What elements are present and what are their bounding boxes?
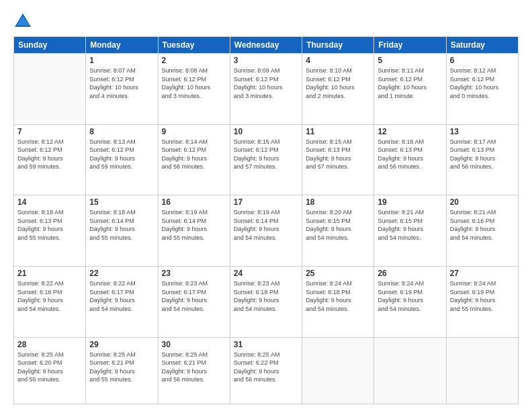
day-header-thursday: Thursday [302, 37, 374, 54]
calendar-body: 1Sunrise: 8:07 AM Sunset: 6:12 PM Daylig… [14, 54, 519, 404]
day-info: Sunrise: 8:21 AM Sunset: 6:16 PM Dayligh… [450, 208, 515, 242]
day-number: 18 [306, 197, 370, 207]
day-number: 31 [234, 340, 298, 349]
day-info: Sunrise: 8:11 AM Sunset: 6:12 PM Dayligh… [378, 66, 442, 100]
day-info: Sunrise: 8:23 AM Sunset: 6:18 PM Dayligh… [234, 279, 298, 313]
calendar-cell: 19Sunrise: 8:21 AM Sunset: 6:15 PM Dayli… [374, 195, 446, 267]
day-info: Sunrise: 8:17 AM Sunset: 6:13 PM Dayligh… [450, 138, 515, 171]
day-number: 29 [89, 340, 154, 349]
day-number: 25 [306, 269, 370, 278]
day-info: Sunrise: 8:24 AM Sunset: 6:19 PM Dayligh… [450, 279, 515, 313]
day-info: Sunrise: 8:08 AM Sunset: 6:12 PM Dayligh… [162, 66, 226, 100]
day-header-sunday: Sunday [14, 37, 86, 54]
day-info: Sunrise: 8:10 AM Sunset: 6:12 PM Dayligh… [306, 66, 370, 100]
day-number: 14 [17, 197, 82, 207]
day-info: Sunrise: 8:18 AM Sunset: 6:13 PM Dayligh… [17, 208, 82, 242]
day-header-saturday: Saturday [446, 37, 518, 54]
day-info: Sunrise: 8:09 AM Sunset: 6:12 PM Dayligh… [234, 66, 298, 100]
day-number: 5 [378, 56, 442, 65]
day-number: 20 [450, 197, 515, 207]
calendar-cell: 28Sunrise: 8:25 AM Sunset: 6:20 PM Dayli… [14, 337, 86, 404]
day-info: Sunrise: 8:07 AM Sunset: 6:12 PM Dayligh… [89, 66, 154, 100]
week-row-4: 21Sunrise: 8:22 AM Sunset: 6:16 PM Dayli… [14, 266, 519, 337]
week-row-2: 7Sunrise: 8:12 AM Sunset: 6:12 PM Daylig… [14, 124, 519, 195]
day-number: 7 [17, 127, 82, 136]
calendar-cell: 7Sunrise: 8:12 AM Sunset: 6:12 PM Daylig… [14, 124, 86, 195]
day-header-tuesday: Tuesday [158, 37, 230, 54]
calendar-cell: 4Sunrise: 8:10 AM Sunset: 6:12 PM Daylig… [302, 54, 374, 125]
day-number: 10 [234, 127, 298, 136]
page: SundayMondayTuesdayWednesdayThursdayFrid… [0, 0, 532, 411]
day-info: Sunrise: 8:25 AM Sunset: 6:21 PM Dayligh… [162, 351, 226, 384]
day-number: 22 [89, 269, 154, 278]
day-number: 13 [450, 127, 515, 136]
calendar-cell: 20Sunrise: 8:21 AM Sunset: 6:16 PM Dayli… [446, 195, 518, 267]
logo-icon [13, 12, 32, 31]
calendar-cell: 5Sunrise: 8:11 AM Sunset: 6:12 PM Daylig… [374, 54, 446, 125]
day-number: 2 [162, 56, 226, 65]
day-info: Sunrise: 8:15 AM Sunset: 6:12 PM Dayligh… [234, 138, 298, 171]
calendar-cell: 24Sunrise: 8:23 AM Sunset: 6:18 PM Dayli… [230, 266, 302, 337]
calendar-cell: 18Sunrise: 8:20 AM Sunset: 6:15 PM Dayli… [302, 195, 374, 267]
day-number: 21 [17, 269, 82, 278]
calendar-cell: 10Sunrise: 8:15 AM Sunset: 6:12 PM Dayli… [230, 124, 302, 195]
day-info: Sunrise: 8:20 AM Sunset: 6:15 PM Dayligh… [306, 208, 370, 242]
day-number: 27 [450, 269, 515, 278]
day-info: Sunrise: 8:13 AM Sunset: 6:12 PM Dayligh… [89, 138, 154, 171]
calendar-cell: 14Sunrise: 8:18 AM Sunset: 6:13 PM Dayli… [14, 195, 86, 267]
day-info: Sunrise: 8:25 AM Sunset: 6:21 PM Dayligh… [89, 351, 154, 384]
days-header: SundayMondayTuesdayWednesdayThursdayFrid… [14, 37, 519, 54]
calendar-cell: 2Sunrise: 8:08 AM Sunset: 6:12 PM Daylig… [158, 54, 230, 125]
day-info: Sunrise: 8:19 AM Sunset: 6:14 PM Dayligh… [234, 208, 298, 242]
day-number: 19 [378, 197, 442, 207]
day-info: Sunrise: 8:12 AM Sunset: 6:12 PM Dayligh… [450, 66, 515, 100]
day-header-friday: Friday [374, 37, 446, 54]
day-header-wednesday: Wednesday [230, 37, 302, 54]
day-number: 30 [162, 340, 226, 349]
calendar-cell: 31Sunrise: 8:25 AM Sunset: 6:22 PM Dayli… [230, 337, 302, 404]
day-info: Sunrise: 8:18 AM Sunset: 6:14 PM Dayligh… [89, 208, 154, 242]
day-number: 28 [17, 340, 82, 349]
day-number: 6 [450, 56, 515, 65]
day-info: Sunrise: 8:25 AM Sunset: 6:22 PM Dayligh… [234, 351, 298, 384]
calendar-cell: 29Sunrise: 8:25 AM Sunset: 6:21 PM Dayli… [86, 337, 158, 404]
week-row-3: 14Sunrise: 8:18 AM Sunset: 6:13 PM Dayli… [14, 195, 519, 267]
day-number: 26 [378, 269, 442, 278]
day-number: 15 [89, 197, 154, 207]
day-info: Sunrise: 8:23 AM Sunset: 6:17 PM Dayligh… [162, 279, 226, 313]
calendar-cell: 3Sunrise: 8:09 AM Sunset: 6:12 PM Daylig… [230, 54, 302, 125]
day-number: 23 [162, 269, 226, 278]
day-number: 3 [234, 56, 298, 65]
calendar-cell: 26Sunrise: 8:24 AM Sunset: 6:19 PM Dayli… [374, 266, 446, 337]
day-number: 4 [306, 56, 370, 65]
calendar-cell: 21Sunrise: 8:22 AM Sunset: 6:16 PM Dayli… [14, 266, 86, 337]
day-number: 17 [234, 197, 298, 207]
day-number: 11 [306, 127, 370, 136]
day-number: 1 [89, 56, 154, 65]
calendar-cell: 13Sunrise: 8:17 AM Sunset: 6:13 PM Dayli… [446, 124, 518, 195]
week-row-5: 28Sunrise: 8:25 AM Sunset: 6:20 PM Dayli… [14, 337, 519, 404]
calendar-cell: 27Sunrise: 8:24 AM Sunset: 6:19 PM Dayli… [446, 266, 518, 337]
calendar-cell: 8Sunrise: 8:13 AM Sunset: 6:12 PM Daylig… [86, 124, 158, 195]
day-info: Sunrise: 8:22 AM Sunset: 6:16 PM Dayligh… [17, 279, 82, 313]
day-info: Sunrise: 8:16 AM Sunset: 6:13 PM Dayligh… [378, 138, 442, 171]
calendar-cell: 22Sunrise: 8:22 AM Sunset: 6:17 PM Dayli… [86, 266, 158, 337]
svg-marker-1 [16, 16, 30, 26]
calendar-cell [374, 337, 446, 404]
day-info: Sunrise: 8:14 AM Sunset: 6:12 PM Dayligh… [162, 138, 226, 171]
day-number: 9 [162, 127, 226, 136]
day-number: 16 [162, 197, 226, 207]
calendar-cell: 1Sunrise: 8:07 AM Sunset: 6:12 PM Daylig… [86, 54, 158, 125]
calendar-cell: 23Sunrise: 8:23 AM Sunset: 6:17 PM Dayli… [158, 266, 230, 337]
day-header-monday: Monday [86, 37, 158, 54]
calendar-cell: 11Sunrise: 8:15 AM Sunset: 6:13 PM Dayli… [302, 124, 374, 195]
day-number: 8 [89, 127, 154, 136]
calendar-cell [302, 337, 374, 404]
day-info: Sunrise: 8:15 AM Sunset: 6:13 PM Dayligh… [306, 138, 370, 171]
calendar-cell: 9Sunrise: 8:14 AM Sunset: 6:12 PM Daylig… [158, 124, 230, 195]
calendar-cell: 30Sunrise: 8:25 AM Sunset: 6:21 PM Dayli… [158, 337, 230, 404]
day-info: Sunrise: 8:21 AM Sunset: 6:15 PM Dayligh… [378, 208, 442, 242]
header [13, 12, 519, 31]
calendar-cell: 16Sunrise: 8:19 AM Sunset: 6:14 PM Dayli… [158, 195, 230, 267]
day-info: Sunrise: 8:22 AM Sunset: 6:17 PM Dayligh… [89, 279, 154, 313]
